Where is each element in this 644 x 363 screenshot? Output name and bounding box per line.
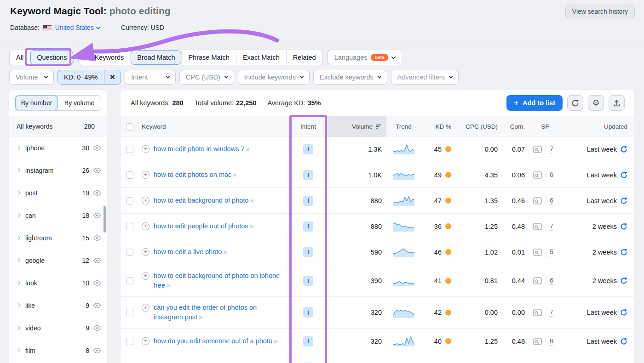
column-header-com[interactable]: Com. <box>501 116 528 137</box>
keyword-link[interactable]: how to edit photo in windows 7» <box>154 144 249 154</box>
group-label[interactable]: film <box>25 347 86 354</box>
column-header-updated[interactable]: Updated <box>562 116 634 137</box>
eye-toggle-icon[interactable] <box>93 234 101 242</box>
keyword-link[interactable]: how to edit photos on mac» <box>154 170 236 180</box>
expand-keyword-icon[interactable]: » <box>246 145 249 153</box>
row-checkbox[interactable] <box>126 338 133 345</box>
refresh-keyword-icon[interactable] <box>620 197 627 204</box>
table-settings-button[interactable]: ⚙ <box>588 95 604 111</box>
row-checkbox[interactable] <box>126 171 133 179</box>
keyword-link[interactable]: how do you edit someone out of a photo» <box>154 336 277 346</box>
eye-toggle-icon[interactable] <box>93 144 101 152</box>
sort-by-volume-tab[interactable]: By volume <box>58 96 101 110</box>
expand-keyword-icon[interactable]: » <box>250 197 253 204</box>
expand-keyword-icon[interactable]: » <box>250 222 253 230</box>
tab-exact-match[interactable]: Exact Match <box>236 50 286 65</box>
sf-count-link[interactable]: 5 <box>550 248 553 256</box>
group-label[interactable]: can <box>25 212 82 219</box>
chevron-right-icon[interactable] <box>16 258 21 263</box>
select-all-checkbox[interactable] <box>126 123 133 130</box>
group-label[interactable]: google <box>25 257 82 264</box>
keyword-link[interactable]: how to edit background of photo on iphon… <box>154 271 283 290</box>
group-label[interactable]: look <box>25 279 82 287</box>
database-selector[interactable]: United States <box>55 24 100 31</box>
refresh-keyword-icon[interactable] <box>620 171 627 179</box>
add-keyword-icon[interactable]: + <box>142 272 150 280</box>
column-header-kd[interactable]: KD % <box>421 116 455 137</box>
include-keywords-dropdown[interactable]: Include keywords <box>238 70 310 85</box>
chevron-right-icon[interactable] <box>16 281 21 285</box>
row-checkbox[interactable] <box>126 223 133 230</box>
refresh-keyword-icon[interactable] <box>620 309 627 316</box>
sf-count-link[interactable]: 7 <box>550 308 553 317</box>
sf-count-link[interactable]: 6 <box>550 277 553 285</box>
refresh-keyword-icon[interactable] <box>620 277 627 284</box>
eye-toggle-icon[interactable] <box>93 189 101 197</box>
refresh-keyword-icon[interactable] <box>620 249 627 256</box>
export-button[interactable] <box>609 95 625 111</box>
add-to-list-button[interactable]: +Add to list <box>506 95 563 111</box>
sf-count-link[interactable]: 7 <box>550 222 553 231</box>
add-keyword-icon[interactable]: + <box>142 197 150 204</box>
kd-filter-active[interactable]: KD: 0–49%✕ <box>58 70 121 85</box>
row-checkbox[interactable] <box>126 146 133 153</box>
eye-toggle-icon[interactable] <box>93 279 101 287</box>
column-header-keyword[interactable]: Keyword <box>139 116 290 137</box>
group-label[interactable]: instagram <box>25 167 82 174</box>
sf-count-link[interactable]: 7 <box>550 145 553 153</box>
refresh-keyword-icon[interactable] <box>620 338 627 345</box>
group-label[interactable]: lightroom <box>25 234 82 242</box>
keyword-link[interactable]: can you edit the order of photos on inst… <box>154 303 283 322</box>
column-header-trend[interactable]: Trend <box>386 116 421 137</box>
keyword-link[interactable]: how to edit people out of photos» <box>154 221 253 231</box>
tab-questions[interactable]: Questions <box>30 50 73 65</box>
row-checkbox[interactable] <box>126 277 133 284</box>
serp-features-icon[interactable] <box>533 171 542 179</box>
eye-toggle-icon[interactable] <box>93 166 101 175</box>
intent-filter-dropdown[interactable]: Intent <box>125 70 176 85</box>
eye-toggle-icon[interactable] <box>93 301 101 310</box>
tab-all-keywords[interactable]: All Keywords <box>79 50 130 65</box>
view-search-history-button[interactable]: View search history <box>565 5 635 18</box>
volume-filter-dropdown[interactable]: Volume <box>9 70 54 85</box>
tab-broad-match[interactable]: Broad Match <box>130 50 181 65</box>
refresh-keyword-icon[interactable] <box>620 146 627 153</box>
add-keyword-icon[interactable]: + <box>142 248 150 256</box>
kd-filter-clear-icon[interactable]: ✕ <box>104 70 121 85</box>
chevron-right-icon[interactable] <box>16 168 21 173</box>
chevron-right-icon[interactable] <box>16 326 21 330</box>
sf-count-link[interactable]: 6 <box>550 171 553 179</box>
serp-features-icon[interactable] <box>533 249 542 256</box>
eye-toggle-icon[interactable] <box>93 324 101 332</box>
exclude-keywords-dropdown[interactable]: Exclude keywords <box>313 70 387 85</box>
eye-toggle-icon[interactable] <box>93 211 101 220</box>
row-checkbox[interactable] <box>126 249 133 256</box>
serp-features-icon[interactable] <box>533 146 542 153</box>
add-keyword-icon[interactable]: + <box>142 145 150 153</box>
row-checkbox[interactable] <box>126 197 133 204</box>
sidebar-scrollbar[interactable] <box>104 206 106 233</box>
chevron-right-icon[interactable] <box>16 303 21 308</box>
languages-dropdown[interactable]: Languages beta <box>328 50 402 65</box>
group-label[interactable]: iphone <box>25 144 82 152</box>
add-keyword-icon[interactable]: + <box>142 222 150 230</box>
sf-count-link[interactable]: 6 <box>550 197 553 205</box>
tab-related[interactable]: Related <box>286 50 322 65</box>
keyword-link[interactable]: how to edit a live photo» <box>154 247 226 257</box>
sf-count-link[interactable]: 6 <box>550 337 553 346</box>
serp-features-icon[interactable] <box>533 223 542 230</box>
chevron-right-icon[interactable] <box>16 348 21 353</box>
serp-features-icon[interactable] <box>533 197 542 204</box>
add-keyword-icon[interactable]: + <box>142 337 150 345</box>
serp-features-icon[interactable] <box>533 277 542 284</box>
group-label[interactable]: post <box>25 189 82 197</box>
group-label[interactable]: video <box>25 324 86 332</box>
tab-phrase-match[interactable]: Phrase Match <box>181 50 236 65</box>
chevron-right-icon[interactable] <box>16 146 21 150</box>
expand-keyword-icon[interactable]: » <box>167 282 170 289</box>
sidebar-all-keywords-row[interactable]: All keywords 280 <box>9 116 107 136</box>
add-keyword-icon[interactable]: + <box>142 171 150 179</box>
eye-toggle-icon[interactable] <box>93 346 101 355</box>
column-header-intent[interactable]: Intent <box>290 116 327 137</box>
chevron-right-icon[interactable] <box>16 191 21 195</box>
